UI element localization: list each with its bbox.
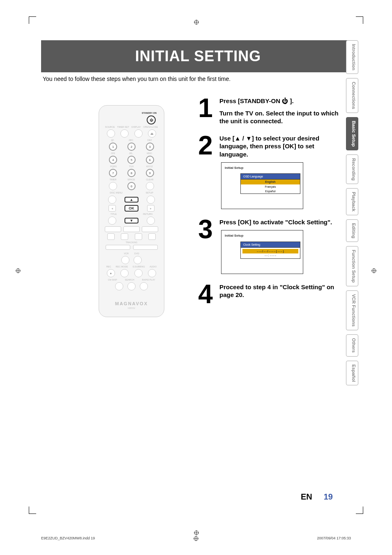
step-number: 4 (196, 283, 215, 305)
page-footer: EN 19 (301, 492, 333, 502)
step-number: 2 (196, 134, 215, 209)
osd-clock-date: - - - / - - / - - - - ( - - - ) (242, 249, 298, 253)
osd-heading: Clock Setting (240, 242, 300, 248)
right-arrow-icon: ▸ (147, 205, 154, 212)
rew-icon (121, 233, 128, 240)
label: TIMER SET (117, 126, 129, 128)
osd-option-espanol: Español (241, 189, 300, 193)
eject-icon: ⏏ (148, 129, 156, 138)
print-file: E9E2ZUD_BZV420MW8.indd 19 (41, 536, 95, 540)
label: DISC MENU (110, 191, 122, 194)
tab-basic-setup[interactable]: Basic Setup (346, 117, 358, 150)
step-4: 4 Proceed to step 4 in "Clock Setting" o… (196, 283, 339, 305)
pause-icon (107, 233, 115, 240)
ok-button: OK (125, 205, 138, 212)
label: MNO (147, 152, 152, 154)
registration-mark-icon (16, 268, 21, 273)
step-2: 2 Use [▲ / ▼] to select your desired lan… (196, 134, 339, 209)
tab-connections[interactable]: Connections (346, 78, 358, 113)
label: SOURCE (105, 126, 115, 128)
play-icon (123, 226, 140, 232)
label: SPACE (127, 178, 135, 181)
tracking-plus (133, 245, 158, 250)
osd-screenshot: Initial Setup Clock Setting - - - / - - … (221, 230, 303, 274)
label: TITLE (111, 213, 117, 215)
stop-icon (148, 233, 156, 240)
label: GHI (111, 152, 115, 154)
brand-label: MAGNAVOX (104, 301, 159, 306)
intro-text: You need to follow these steps when you … (43, 76, 355, 82)
footer-lang: EN (301, 492, 312, 502)
tab-vcr-functions[interactable]: VCR Functions (346, 290, 358, 330)
osd-title: Initial Setup (224, 233, 300, 241)
down-arrow-icon: ▼ (125, 218, 138, 223)
step-3-text: Press [OK] to activate "Clock Setting". (219, 218, 339, 226)
left-arrow-icon: ◂ (108, 205, 116, 212)
label: SETUP (146, 191, 153, 194)
step-1: 1 Press [STANDBY-ON ⏻ ]. Turn the TV on.… (196, 97, 339, 125)
label: PQRS (110, 165, 117, 168)
step-4-text: Proceed to step 4 in "Clock Setting" on … (219, 283, 339, 299)
tab-others[interactable]: Others (346, 334, 358, 356)
step-1-line2: Turn the TV on. Select the input to whic… (219, 109, 339, 125)
label: OPEN/CLOSE (143, 126, 158, 128)
standby-label: STANDBY-ON (104, 112, 159, 114)
crop-mark-icon (356, 507, 363, 514)
label: DISPLAY (131, 126, 141, 128)
page-title-banner: INITIAL SETTING (41, 40, 355, 72)
osd-clock-time: - - : - - - - (242, 253, 298, 257)
osd-heading: OSD Language (240, 173, 300, 180)
label: RETURN (143, 213, 152, 215)
tab-playback[interactable]: Playback (346, 188, 358, 215)
key-1: 1 (109, 143, 117, 151)
label: VCR (124, 252, 129, 255)
label: DVD (134, 252, 139, 255)
tracking-minus (106, 245, 130, 250)
next-icon (142, 226, 158, 232)
label: CLEAR (146, 178, 153, 181)
registration-mark-icon (194, 536, 198, 542)
key-9: 9 (146, 169, 154, 177)
label: AUDIO (150, 265, 157, 268)
ff-icon (135, 233, 142, 240)
label: RAPID PLAY (142, 279, 155, 281)
registration-mark-icon (194, 530, 199, 535)
label: TIMER (109, 178, 116, 181)
label: TUV (129, 165, 134, 168)
print-metadata-line: E9E2ZUD_BZV420MW8.indd 19 2007/09/04 17:… (41, 536, 351, 540)
step-number: 1 (196, 97, 215, 125)
up-arrow-icon: ▲ (125, 197, 138, 203)
osd-option-english: English (241, 180, 300, 184)
crop-mark-icon (29, 507, 36, 514)
label: ABC (129, 139, 133, 141)
registration-mark-icon (371, 268, 376, 273)
key-5: 5 (127, 156, 136, 164)
label: CM SKIP (108, 279, 117, 281)
osd-title: Initial Setup (224, 165, 300, 173)
tab-introduction[interactable]: Introduction (346, 40, 358, 74)
label: SEARCH (125, 279, 134, 281)
label: @!. (111, 139, 115, 141)
tab-function-setup[interactable]: Function Setup (346, 246, 358, 286)
label: REC (106, 265, 111, 268)
crop-mark-icon (356, 16, 363, 24)
tab-editing[interactable]: Editing (346, 219, 358, 242)
key-7: 7 (109, 169, 117, 177)
label: S.DUBBING (132, 265, 145, 268)
label: REC MODE (116, 265, 128, 268)
tab-recording[interactable]: Recording (346, 154, 358, 184)
key-2: 2 (127, 143, 136, 151)
label: DEF (148, 139, 152, 141)
rec-icon: ● (107, 269, 115, 277)
tab-espanol[interactable]: Español (346, 361, 358, 386)
remote-illustration: STANDBY-ON ⏻ SOURCETIMER SETDISPLAYOPEN/… (99, 105, 164, 317)
key-0: 0 (127, 182, 136, 190)
step-2-text: Use [▲ / ▼] to select your desired langu… (219, 134, 339, 159)
power-icon: ⏻ (147, 115, 156, 124)
osd-screenshot: Initial Setup OSD Language English Franç… (221, 162, 303, 209)
side-tab-strip: Introduction Connections Basic Setup Rec… (346, 40, 358, 385)
key-4: 4 (109, 156, 117, 164)
osd-option-francais: Français (241, 184, 300, 189)
step-number: 3 (196, 218, 215, 274)
footer-page-number: 19 (324, 492, 333, 502)
